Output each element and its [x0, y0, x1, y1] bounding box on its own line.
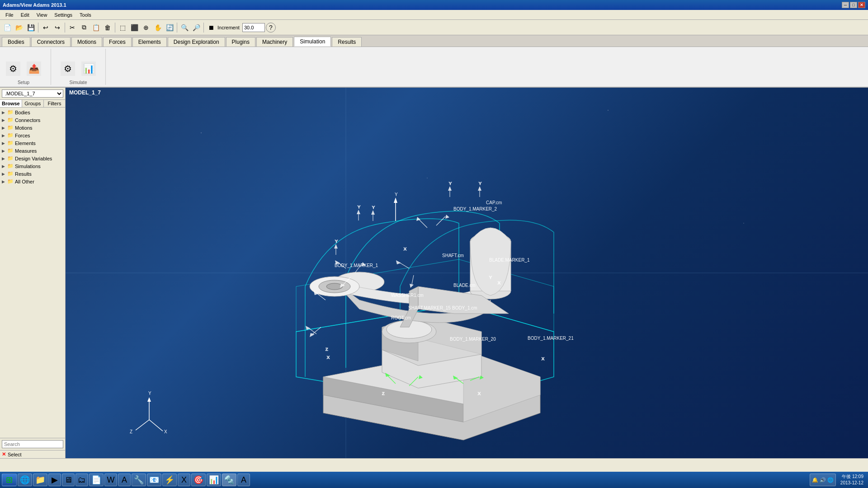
- increment-label: Increment: [217, 25, 240, 30]
- tree-item-bodies[interactable]: ▶ 📁 Bodies: [0, 108, 65, 116]
- annot-shaft-cm: SHAFT.cm: [442, 253, 464, 258]
- svg-marker-27: [147, 397, 151, 402]
- ribbon-content: ⚙ 📤 Setup ⚙ 📊 Simulate: [0, 47, 868, 88]
- select2-button[interactable]: ⬛: [129, 22, 140, 33]
- tree-item-connectors[interactable]: ▶ 📁 Connectors: [0, 116, 65, 124]
- svg-marker-53: [310, 333, 315, 337]
- menu-settings[interactable]: Settings: [51, 11, 76, 19]
- zoom-out-button[interactable]: 🔎: [191, 22, 202, 33]
- ribbon-group-simulate: ⚙ 📊 Simulate: [58, 49, 106, 85]
- start-button[interactable]: ⊞: [2, 474, 17, 486]
- svg-line-29: [149, 420, 163, 431]
- tab-motions[interactable]: Motions: [71, 37, 102, 47]
- taskbar-excel[interactable]: X: [178, 474, 190, 486]
- menu-edit[interactable]: Edit: [17, 11, 33, 19]
- taskbar-app7[interactable]: A: [237, 474, 250, 486]
- tree-item-motions[interactable]: ▶ 📁 Motions: [0, 124, 65, 131]
- title-bar-controls: ─ □ ✕: [842, 2, 865, 8]
- setup2-icon-btn[interactable]: 📤: [24, 60, 43, 77]
- zoom-in-button[interactable]: 🔍: [179, 22, 190, 33]
- taskbar-app4[interactable]: ⚡: [162, 474, 177, 486]
- help-button[interactable]: ?: [266, 23, 276, 33]
- viewport[interactable]: MODEL_1_7: [66, 88, 868, 458]
- menu-tools[interactable]: Tools: [76, 11, 95, 19]
- taskbar-files[interactable]: 🗂: [75, 474, 88, 486]
- svg-text:Z: Z: [326, 347, 328, 352]
- tree-item-simulations[interactable]: ▶ 📁 Simulations: [0, 162, 65, 170]
- taskbar-app6[interactable]: 📊: [207, 474, 221, 486]
- tree-item-forces[interactable]: ▶ 📁 Forces: [0, 131, 65, 139]
- tree-item-measures[interactable]: ▶ 📁 Measures: [0, 147, 65, 155]
- tree-tab-groups[interactable]: Groups: [22, 100, 44, 107]
- undo-button[interactable]: ↩: [40, 22, 51, 33]
- taskbar-media[interactable]: ▶: [48, 474, 61, 486]
- taskbar-app2[interactable]: 🔧: [132, 474, 146, 486]
- increment-input[interactable]: [242, 23, 265, 32]
- svg-point-21: [326, 283, 343, 290]
- taskbar-display[interactable]: 🖥: [62, 474, 75, 486]
- tab-elements[interactable]: Elements: [132, 37, 167, 47]
- svg-point-2: [608, 110, 609, 111]
- svg-marker-39: [445, 215, 449, 219]
- tab-connectors[interactable]: Connectors: [31, 37, 71, 47]
- delete-button[interactable]: 🗑: [102, 22, 113, 33]
- tree-tab-filters[interactable]: Filters: [44, 100, 65, 107]
- taskbar-app3[interactable]: 📧: [147, 474, 161, 486]
- open-button[interactable]: 📂: [14, 22, 24, 33]
- save-button[interactable]: 💾: [25, 22, 36, 33]
- redo-button[interactable]: ↪: [52, 22, 63, 33]
- annot-cap-cm: CAP.cm: [486, 200, 502, 205]
- cut-button[interactable]: ✂: [67, 22, 78, 33]
- model-dropdown[interactable]: .MODEL_1_7: [2, 89, 63, 98]
- expand-bodies-icon: ▶: [2, 110, 7, 115]
- svg-line-38: [436, 216, 445, 225]
- tree-label-bodies: Bodies: [15, 110, 30, 115]
- system-tray-icons[interactable]: 🔔 🔊 🌐: [810, 474, 836, 486]
- svg-marker-43: [410, 284, 414, 288]
- taskbar-ie[interactable]: 🌐: [18, 474, 32, 486]
- simulate2-icon-btn[interactable]: 📊: [79, 60, 98, 77]
- tree-item-design-variables[interactable]: ▶ 📁 Design Variables: [0, 155, 65, 162]
- setup-icon-btn[interactable]: ⚙: [4, 60, 23, 77]
- tree-item-elements[interactable]: ▶ 📁 Elements: [0, 139, 65, 147]
- tab-forces[interactable]: Forces: [103, 37, 132, 47]
- stop-button[interactable]: ⏹: [206, 22, 217, 33]
- menu-file[interactable]: File: [2, 11, 17, 19]
- paste-button[interactable]: 📋: [90, 22, 101, 33]
- close-button[interactable]: ✕: [858, 2, 865, 8]
- tree-label-forces: Forces: [15, 133, 30, 138]
- taskbar-pdf[interactable]: 📄: [89, 474, 104, 486]
- pan-button[interactable]: ✋: [152, 22, 163, 33]
- tab-simulation[interactable]: Simulation: [294, 37, 331, 47]
- viewport-svg: Y X Z Y: [66, 88, 868, 458]
- taskbar-adams[interactable]: 🔩: [222, 474, 236, 486]
- minimize-button[interactable]: ─: [842, 2, 849, 8]
- simulate-icon-btn[interactable]: ⚙: [58, 60, 77, 77]
- restore-button[interactable]: □: [850, 2, 857, 8]
- svg-text:Y: Y: [449, 181, 452, 186]
- svg-marker-69: [357, 210, 360, 214]
- new-button[interactable]: 📄: [2, 22, 13, 33]
- menu-view[interactable]: View: [33, 11, 51, 19]
- taskbar-word[interactable]: W: [104, 474, 117, 486]
- taskbar-explorer[interactable]: 📁: [33, 474, 47, 486]
- copy-button[interactable]: ⧉: [79, 22, 90, 33]
- select-button[interactable]: ⬚: [117, 22, 128, 33]
- taskbar-app1[interactable]: A: [118, 474, 131, 486]
- clock-date: 2013-12-12: [840, 480, 863, 486]
- taskbar-app5[interactable]: 🎯: [191, 474, 206, 486]
- tab-machinery[interactable]: Machinery: [256, 37, 293, 47]
- tree-item-all-other[interactable]: ▶ 📁 All Other: [0, 178, 65, 185]
- annot-body1-marker21: BODY_1.MARKER_21: [528, 336, 574, 341]
- tree-tab-browse[interactable]: Browse: [0, 100, 22, 107]
- tab-bodies[interactable]: Bodies: [2, 37, 30, 47]
- svg-text:Y: Y: [358, 205, 360, 209]
- tab-plugins[interactable]: Plugins: [226, 37, 255, 47]
- zoom-button[interactable]: ⊕: [141, 22, 151, 33]
- rotate-button[interactable]: 🔄: [164, 22, 175, 33]
- search-input[interactable]: [2, 440, 63, 448]
- tab-design-exploration[interactable]: Design Exploration: [168, 37, 225, 47]
- tab-results[interactable]: Results: [332, 37, 362, 47]
- tree-item-results[interactable]: ▶ 📁 Results: [0, 170, 65, 178]
- svg-point-1: [427, 178, 428, 178]
